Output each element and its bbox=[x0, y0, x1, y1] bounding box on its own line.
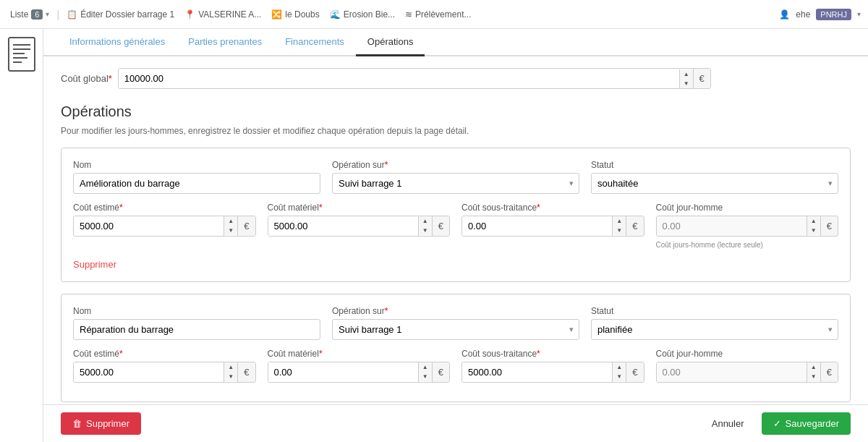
op2-operation-sur-wrap: Suivi barrage 1 ▾ bbox=[332, 319, 579, 340]
edit-dossier-label: Éditer Dossier barrage 1 bbox=[80, 9, 174, 20]
op2-cout-sous-traitance-spin-up[interactable]: ▲ bbox=[613, 362, 626, 372]
prelevement-nav[interactable]: ≋ Prélèvement... bbox=[402, 9, 474, 20]
op2-statut-wrap: souhaitée planifiée réalisée ▾ bbox=[591, 319, 838, 340]
op2-operation-sur-select[interactable]: Suivi barrage 1 bbox=[332, 319, 579, 340]
app-logo bbox=[7, 36, 36, 77]
op2-nom-group: Nom bbox=[73, 306, 320, 340]
edit-dossier-nav[interactable]: 📋 Éditer Dossier barrage 1 bbox=[64, 9, 177, 20]
bottom-bar: 🗑 Supprimer Annuler ✓ Sauvegarder bbox=[43, 404, 868, 442]
cout-global-spin-up[interactable]: ▲ bbox=[680, 69, 693, 79]
cancel-button[interactable]: Annuler bbox=[700, 412, 756, 435]
op1-statut-select[interactable]: souhaitée planifiée réalisée bbox=[591, 173, 838, 194]
list-dropdown-arrow[interactable]: ▾ bbox=[46, 10, 49, 18]
op2-cout-jour-homme-currency: € bbox=[820, 362, 838, 382]
op2-cout-materiel-spin-down[interactable]: ▼ bbox=[419, 372, 432, 381]
tab-parties-prenantes[interactable]: Parties prenantes bbox=[176, 29, 273, 56]
op2-cout-estime-spin-down[interactable]: ▼ bbox=[224, 372, 237, 381]
operations-section-subtitle: Pour modifier les jours-hommes, enregist… bbox=[61, 126, 851, 136]
op1-cout-materiel-label: Coût matériel* bbox=[268, 203, 451, 213]
op2-statut-select[interactable]: souhaitée planifiée réalisée bbox=[591, 319, 838, 340]
operation-card-1: Nom Opération sur* Suivi barrage 1 ▾ bbox=[61, 148, 851, 282]
op1-cout-estime-spin-up[interactable]: ▲ bbox=[224, 216, 237, 226]
op2-operation-sur-group: Opération sur* Suivi barrage 1 ▾ bbox=[332, 306, 579, 340]
op2-cout-sous-traitance-input[interactable] bbox=[462, 362, 612, 382]
op2-cout-jour-homme-spinners: ▲ ▼ bbox=[807, 362, 820, 382]
op1-cout-estime-spinners: ▲ ▼ bbox=[224, 216, 237, 236]
op1-cout-sous-traitance-wrap: Coût sous-traitance* ▲ ▼ € bbox=[461, 203, 644, 249]
cout-global-spin-down[interactable]: ▼ bbox=[680, 79, 693, 88]
op2-cout-sous-traitance-input-row: ▲ ▼ € bbox=[461, 362, 644, 383]
op1-cout-estime-input[interactable] bbox=[74, 216, 224, 236]
op2-cout-sous-traitance-currency: € bbox=[626, 362, 643, 382]
tab-bar: Informations générales Parties prenantes… bbox=[43, 29, 868, 56]
op1-cout-jour-homme-input bbox=[657, 216, 807, 236]
op1-nom-label: Nom bbox=[73, 160, 320, 170]
doubs-label: le Doubs bbox=[285, 9, 319, 20]
op1-cout-jour-homme-currency: € bbox=[820, 216, 838, 236]
op1-supprimer-link[interactable]: Supprimer bbox=[73, 259, 116, 270]
list-nav-item[interactable]: Liste 6 ▾ bbox=[7, 9, 52, 20]
delete-button-label: Supprimer bbox=[86, 418, 129, 429]
op2-row2: Coût estimé* ▲ ▼ € Co bbox=[73, 349, 838, 383]
op1-cout-estime-spin-down[interactable]: ▼ bbox=[224, 226, 237, 235]
delete-button[interactable]: 🗑 Supprimer bbox=[61, 412, 141, 435]
op1-cout-jour-homme-wrap: Coût jour-homme ▲ ▼ € Coût jours-homme (… bbox=[656, 203, 839, 249]
op1-cout-estime-label: Coût estimé* bbox=[73, 203, 256, 213]
trash-icon: 🗑 bbox=[72, 418, 82, 429]
op1-cout-sous-traitance-spin-up[interactable]: ▲ bbox=[613, 216, 626, 226]
op1-cout-sous-traitance-spinners: ▲ ▼ bbox=[612, 216, 626, 236]
op1-cout-estime-wrap: Coût estimé* ▲ ▼ € bbox=[73, 203, 256, 249]
save-button[interactable]: ✓ Sauvegarder bbox=[762, 412, 851, 435]
op1-nom-group: Nom bbox=[73, 160, 320, 194]
op2-cout-estime-spin-up[interactable]: ▲ bbox=[224, 362, 237, 372]
op1-nom-input[interactable] bbox=[73, 173, 320, 194]
op2-cout-materiel-spin-up[interactable]: ▲ bbox=[419, 362, 432, 372]
op1-cout-materiel-wrap: Coût matériel* ▲ ▼ € bbox=[268, 203, 451, 249]
valserine-label: VALSERINE A... bbox=[198, 9, 261, 20]
op2-cout-jour-homme-input bbox=[657, 362, 807, 382]
cout-global-spinners: ▲ ▼ bbox=[679, 69, 693, 88]
main-layout: Informations générales Parties prenantes… bbox=[0, 29, 868, 442]
op2-cout-sous-traitance-spin-down[interactable]: ▼ bbox=[613, 372, 626, 381]
op1-operation-sur-wrap: Suivi barrage 1 ▾ bbox=[332, 173, 579, 194]
content-area: Informations générales Parties prenantes… bbox=[43, 29, 868, 442]
cout-global-input[interactable] bbox=[119, 69, 679, 88]
op1-cout-jour-homme-spin-down: ▼ bbox=[807, 226, 820, 235]
op2-cout-materiel-currency: € bbox=[432, 362, 449, 382]
op1-cout-sous-traitance-input[interactable] bbox=[462, 216, 612, 236]
list-count-badge: 6 bbox=[31, 9, 43, 20]
op1-cout-materiel-input[interactable] bbox=[268, 216, 418, 236]
user-dropdown-arrow[interactable]: ▾ bbox=[857, 10, 861, 18]
doubs-nav[interactable]: 🔀 le Doubs bbox=[268, 9, 322, 20]
doubs-icon: 🔀 bbox=[271, 9, 282, 20]
op1-cout-jour-homme-label: Coût jour-homme bbox=[656, 203, 839, 213]
op2-cout-jour-homme-spin-down: ▼ bbox=[807, 372, 820, 381]
user-badge: PNRHJ bbox=[816, 9, 851, 20]
valserine-nav[interactable]: 📍 VALSERINE A... bbox=[182, 9, 264, 20]
op2-operation-sur-label: Opération sur* bbox=[332, 306, 579, 316]
op1-operation-sur-select[interactable]: Suivi barrage 1 bbox=[332, 173, 579, 194]
op2-cout-jour-homme-input-row: ▲ ▼ € bbox=[656, 362, 839, 383]
op1-cout-materiel-spin-down[interactable]: ▼ bbox=[419, 226, 432, 235]
op2-cout-jour-homme-label: Coût jour-homme bbox=[656, 349, 839, 359]
op1-cout-sous-traitance-label: Coût sous-traitance* bbox=[461, 203, 644, 213]
op1-cout-jour-homme-input-row: ▲ ▼ € bbox=[656, 216, 839, 237]
erosion-icon: 🌊 bbox=[330, 9, 341, 20]
op1-cout-materiel-spin-up[interactable]: ▲ bbox=[419, 216, 432, 226]
op1-cout-jour-homme-note: Coût jours-homme (lecture seule) bbox=[656, 241, 839, 249]
tab-operations[interactable]: Opérations bbox=[356, 29, 425, 56]
location-icon: 📍 bbox=[184, 9, 195, 20]
tab-informations-generales[interactable]: Informations générales bbox=[58, 29, 176, 56]
op2-cout-estime-input[interactable] bbox=[74, 362, 224, 382]
op1-operation-sur-label: Opération sur* bbox=[332, 160, 579, 170]
save-button-label: Sauvegarder bbox=[786, 418, 839, 429]
op2-nom-input[interactable] bbox=[73, 319, 320, 340]
op1-cout-sous-traitance-spin-down[interactable]: ▼ bbox=[613, 226, 626, 235]
edit-icon: 📋 bbox=[67, 9, 77, 20]
op1-cout-sous-traitance-input-row: ▲ ▼ € bbox=[461, 216, 644, 237]
op2-cout-materiel-input[interactable] bbox=[268, 362, 418, 382]
tab-financements[interactable]: Financements bbox=[273, 29, 356, 56]
erosion-nav[interactable]: 🌊 Erosion Bie... bbox=[327, 9, 398, 20]
operation-card-2: Nom Opération sur* Suivi barrage 1 ▾ bbox=[61, 294, 851, 402]
op2-cout-estime-currency: € bbox=[237, 362, 255, 382]
